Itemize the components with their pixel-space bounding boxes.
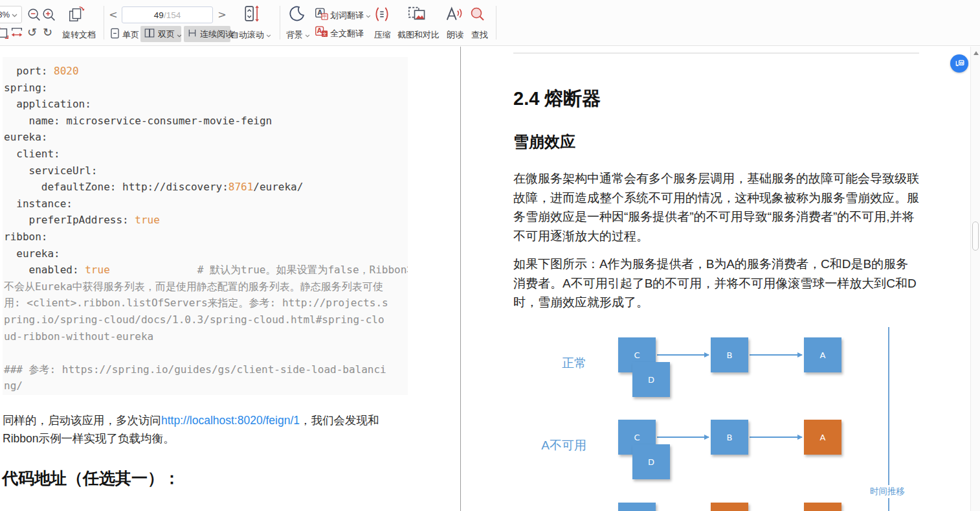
convert-document-button[interactable]: W (950, 54, 968, 73)
diagram-node-B (711, 503, 748, 511)
toolbar-divider (280, 6, 280, 40)
diagram-row-label: 正常 (510, 355, 586, 372)
current-page: 49 (154, 10, 164, 20)
code-block: port: 8020spring: application: name: mic… (3, 57, 408, 395)
double-page-label: 双页 (158, 28, 175, 40)
previous-page-button[interactable]: < (107, 7, 119, 23)
code-line: defaultZone: http://discovery:8761/eurek… (4, 179, 408, 196)
find-icon[interactable] (469, 6, 486, 23)
chevron-down-icon (177, 28, 182, 40)
zoom-level-value: 8% (0, 10, 10, 19)
continuous-read-button[interactable]: 连续阅读 (184, 26, 230, 42)
single-page-button[interactable]: 单页 (122, 29, 139, 41)
code-line: 用: <client>.ribbon.listOfServers来指定。参考: … (4, 295, 408, 312)
crop-icon[interactable] (0, 26, 10, 40)
paragraph: 如果下图所示：A作为服务提供者，B为A的服务消费者，C和D是B的服务消费者。A不… (513, 255, 920, 312)
code-line: client: (4, 146, 408, 163)
code-line (4, 345, 408, 361)
auto-scroll-label: 自动滚动 (230, 30, 264, 40)
code-address-heading: 代码地址（任选其一）： (2, 468, 180, 489)
zoom-level-select[interactable]: 8% (0, 6, 22, 23)
continuous-read-icon (187, 28, 197, 41)
convert-icon: W (954, 58, 965, 69)
scrollbar-up-arrow[interactable] (974, 51, 979, 55)
chevron-down-icon (366, 10, 371, 20)
svg-text:A: A (317, 27, 322, 34)
section-heading: 2.4 熔断器 (513, 86, 601, 112)
compress-button[interactable]: 压缩 (374, 29, 391, 41)
next-page-button[interactable]: > (216, 7, 228, 23)
diagram-node-B: B (711, 420, 748, 455)
rotate-document-icon[interactable] (67, 5, 85, 23)
find-button[interactable]: 查找 (471, 29, 488, 41)
diagram-row-label: A不可用 (510, 437, 586, 454)
toolbar-divider (496, 6, 496, 40)
paragraph-text: 同样的，启动该应用，多次访问 (3, 414, 161, 427)
code-line: ud-ribbon-without-eureka (4, 328, 408, 345)
background-button[interactable]: 背景 (286, 29, 310, 41)
double-page-button[interactable]: 双页 (140, 26, 181, 42)
timeline-label: 时间推移 (869, 485, 906, 498)
double-page-icon (144, 27, 155, 41)
fit-width-icon[interactable] (10, 26, 24, 40)
code-line: ribbon: (4, 229, 408, 245)
auto-scroll-button[interactable]: 自动滚动 (230, 29, 271, 41)
word-translate-button[interactable]: 划词翻译 (330, 10, 371, 21)
diagram-node-D: D (632, 444, 670, 479)
sub-heading: 雪崩效应 (513, 131, 575, 152)
code-line: eureka: (4, 245, 408, 262)
localhost-link[interactable]: http://localhost:8020/feign/1 (161, 414, 300, 427)
page-divider (460, 47, 461, 511)
arrow (657, 354, 709, 356)
single-page-icon[interactable] (109, 27, 121, 40)
word-translate-icon[interactable]: A中 (315, 7, 328, 21)
code-line: eureka: (4, 129, 408, 146)
vertical-scrollbar[interactable] (970, 47, 980, 511)
diagram-node-A: A (804, 420, 841, 455)
diagram-node-B: B (711, 337, 748, 372)
code-line: ng/ (4, 378, 408, 394)
zoom-out-button[interactable] (27, 7, 42, 23)
code-line: instance: (4, 196, 408, 212)
page-number-input[interactable]: 49/154 (122, 6, 213, 23)
rotate-right-icon[interactable]: ↻ (43, 25, 52, 40)
read-aloud-icon[interactable] (445, 5, 463, 23)
code-line: 不会从Eureka中获得服务列表，而是使用静态配置的服务列表。静态服务列表可使 (4, 278, 408, 295)
diagram-node-A: A (804, 337, 841, 372)
chevron-down-icon (12, 10, 17, 19)
scrollbar-thumb[interactable] (972, 221, 979, 251)
rotate-document-button[interactable]: 旋转文档 (62, 29, 96, 41)
arrow (657, 437, 709, 438)
svg-text:W: W (959, 61, 963, 65)
auto-scroll-icon[interactable] (243, 4, 260, 23)
svg-text:中: 中 (322, 14, 327, 19)
word-translate-label: 划词翻译 (330, 10, 364, 20)
arrow (750, 354, 802, 356)
code-line: spring: (4, 80, 408, 97)
full-translate-icon[interactable]: A文 (315, 25, 328, 39)
continuous-read-label: 连续阅读 (200, 28, 234, 40)
screenshot-compare-button[interactable]: 截图和对比 (397, 29, 440, 41)
code-line: serviceUrl: (4, 163, 408, 179)
diagram-node-C (618, 503, 656, 511)
read-aloud-button[interactable]: 朗读 (447, 29, 463, 41)
code-line: ### 参考: https://spring.io/guides/gs/clie… (4, 361, 408, 378)
diagram-node-D: D (632, 362, 670, 397)
arrow (750, 437, 802, 438)
compress-icon[interactable] (373, 5, 391, 23)
background-moon-icon[interactable] (289, 5, 306, 23)
total-pages: /154 (164, 10, 181, 20)
code-line: port: 8020 (4, 63, 408, 80)
rotate-left-icon[interactable]: ↺ (27, 25, 37, 40)
chevron-down-icon (266, 30, 271, 40)
screenshot-compare-icon[interactable] (407, 5, 427, 24)
code-line: application: (4, 96, 408, 113)
paragraph: 同样的，启动该应用，多次访问http://localhost:8020/feig… (3, 411, 406, 448)
full-translate-button[interactable]: 全文翻译 (330, 28, 364, 40)
zoom-in-button[interactable] (41, 7, 57, 23)
horizontal-rule (513, 52, 919, 54)
timeline-axis (888, 327, 889, 511)
chevron-down-icon (305, 30, 310, 40)
background-label: 背景 (286, 30, 303, 40)
code-line: pring.io/spring-cloud/docs/1.0.3/spring-… (4, 312, 408, 328)
